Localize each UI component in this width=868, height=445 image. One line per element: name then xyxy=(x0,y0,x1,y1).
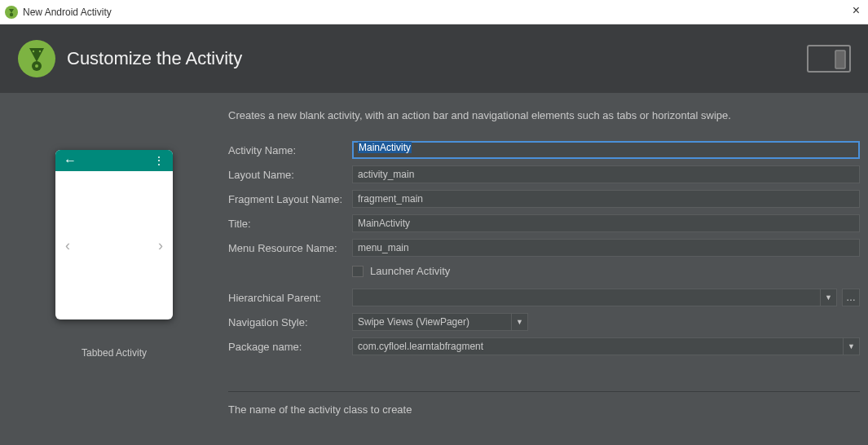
label-navigation-style: Navigation Style: xyxy=(228,316,352,328)
hint-text: The name of the activity class to create xyxy=(228,403,860,416)
label-layout-name: Layout Name: xyxy=(228,169,352,181)
label-title: Title: xyxy=(228,218,352,230)
row-layout-name: Layout Name: xyxy=(228,165,860,183)
title-bar: New Android Activity × xyxy=(0,0,868,24)
wizard-content: ← ⋮ ‹ › Tabbed Activity Creates a new bl… xyxy=(0,93,868,445)
chevron-down-icon[interactable]: ▼ xyxy=(820,289,836,306)
row-fragment-layout-name: Fragment Layout Name: xyxy=(228,190,860,208)
chevron-left-icon: ‹ xyxy=(65,237,70,254)
chevron-down-icon[interactable]: ▼ xyxy=(511,314,527,330)
combo-package-name[interactable]: com.cyfloel.learntabfragment ▼ xyxy=(352,337,860,355)
overflow-menu-icon: ⋮ xyxy=(153,155,165,166)
svg-point-5 xyxy=(33,51,34,52)
app-icon xyxy=(5,6,18,19)
close-icon[interactable]: × xyxy=(853,3,860,18)
chevron-down-icon[interactable]: ▼ xyxy=(843,338,859,355)
svg-rect-8 xyxy=(835,51,845,68)
svg-point-1 xyxy=(10,12,13,15)
input-menu-resource-name[interactable] xyxy=(352,239,860,257)
row-launcher-activity[interactable]: Launcher Activity xyxy=(352,265,860,277)
form-column: Creates a new blank activity, with an ac… xyxy=(228,109,868,445)
row-title: Title: xyxy=(228,214,860,232)
label-menu-resource-name: Menu Resource Name: xyxy=(228,242,352,254)
preview-body: ‹ › xyxy=(55,171,173,319)
row-menu-resource-name: Menu Resource Name: xyxy=(228,239,860,257)
input-activity-name[interactable]: MainActivity xyxy=(352,141,860,159)
label-hierarchical-parent: Hierarchical Parent: xyxy=(228,292,352,304)
row-package-name: Package name: com.cyfloel.learntabfragme… xyxy=(228,337,860,355)
window-title: New Android Activity xyxy=(23,7,112,18)
svg-point-4 xyxy=(35,64,38,68)
svg-point-6 xyxy=(39,51,41,52)
browse-parent-button[interactable]: … xyxy=(842,289,860,306)
wizard-header: Customize the Activity xyxy=(0,24,868,93)
input-fragment-layout-name[interactable] xyxy=(352,190,860,208)
checkbox-launcher-activity[interactable] xyxy=(352,266,364,277)
preview-appbar: ← ⋮ xyxy=(55,150,173,171)
description-text: Creates a new blank activity, with an ac… xyxy=(228,109,860,121)
combo-hierarchical-parent[interactable]: ▼ xyxy=(352,289,837,306)
label-activity-name: Activity Name: xyxy=(228,144,352,156)
window-body: Customize the Activity ← ⋮ ‹ › Tabbed Ac… xyxy=(0,24,868,445)
device-graphic-icon xyxy=(806,44,852,73)
label-fragment-layout-name: Fragment Layout Name: xyxy=(228,193,352,205)
label-package-name: Package name: xyxy=(228,341,352,353)
row-activity-name: Activity Name: MainActivity xyxy=(228,141,860,159)
android-studio-logo xyxy=(18,40,55,77)
separator xyxy=(228,391,860,392)
input-title[interactable] xyxy=(352,214,860,232)
phone-preview: ← ⋮ ‹ › xyxy=(55,150,173,319)
row-navigation-style: Navigation Style: Swipe Views (ViewPager… xyxy=(228,313,860,331)
back-arrow-icon: ← xyxy=(64,154,77,167)
input-layout-name[interactable] xyxy=(352,165,860,183)
combo-navigation-style[interactable]: Swipe Views (ViewPager) ▼ xyxy=(352,313,528,331)
preview-caption: Tabbed Activity xyxy=(82,347,147,359)
row-hierarchical-parent: Hierarchical Parent: ▼ … xyxy=(228,289,860,306)
chevron-right-icon: › xyxy=(158,237,163,254)
label-launcher-activity: Launcher Activity xyxy=(370,265,450,277)
preview-column: ← ⋮ ‹ › Tabbed Activity xyxy=(0,109,228,445)
page-title: Customize the Activity xyxy=(67,48,242,69)
